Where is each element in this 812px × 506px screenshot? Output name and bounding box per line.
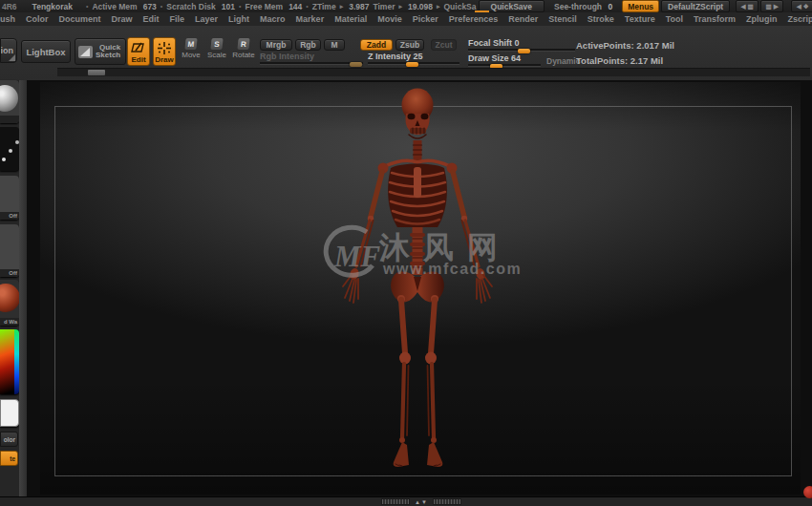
color-picker-square[interactable] [0,329,14,394]
metric-value: 3.987 [349,2,369,11]
next-document-button[interactable]: ▥ ▶ [760,0,783,12]
zsub-button[interactable]: Zsub [395,39,424,51]
zadd-button[interactable]: Zadd [360,39,393,51]
prev-document-button[interactable]: ◀ ▥ [736,0,759,12]
menu-draw[interactable]: Draw [112,14,133,24]
brush-label-strip [0,116,19,123]
edit-mode-button[interactable]: Edit [127,37,150,66]
texture-status-label: Off [9,270,17,276]
menu-brush[interactable]: ush [0,14,15,24]
focal-shift-slider[interactable]: Focal Shift 0 [468,38,575,52]
menu-file[interactable]: File [170,14,185,24]
menu-layer[interactable]: Layer [195,14,218,24]
lightbox-button[interactable]: LightBox [21,40,71,63]
menus-button[interactable]: Menus [622,0,659,12]
rotate-letter: R [241,40,247,49]
move-icon: M [184,38,197,50]
scale-label: Scale [207,51,226,59]
menu-render[interactable]: Render [508,14,538,24]
scrollbar-hatch-right[interactable] [433,498,461,505]
menu-document[interactable]: Document [59,14,101,24]
skeleton-model[interactable]: MF 沐风网 www.mfcad.com [27,80,812,496]
scrollbar-arrows[interactable]: ▲▼ [410,499,433,505]
default-zscript-button[interactable]: DefaultZScript [661,0,730,12]
top-shelf: ion LightBox Quick Sketch Edit [0,26,812,80]
move-mode-button[interactable]: M Move [180,38,203,67]
metric-value: 19.098 [408,2,433,11]
material-sphere-icon [0,284,19,312]
metric-value: 144 [288,2,302,11]
draw-mode-button[interactable]: Draw [153,37,176,66]
alpha-status: Off [0,212,19,220]
rgb-label: Rgb [300,40,316,50]
m-button[interactable]: M [324,39,345,51]
see-through-value: 0 [608,2,612,11]
material-name-fragment: d Wa [4,319,17,325]
menu-tool[interactable]: Tool [666,14,683,24]
color-picker[interactable] [0,329,19,394]
arrow-icon: ▸ [437,3,440,11]
current-color-swatch[interactable] [0,399,19,427]
metric-value: 673 [143,2,157,11]
scroll-left-button[interactable]: ◀ ❖ [791,0,812,12]
material-thumbnail[interactable]: d Wa [0,280,19,326]
quick-sketch-label-2: Sketch [96,52,120,60]
left-shelf: Off Off d Wa olor te [0,80,19,496]
edit-label: Edit [131,55,145,64]
brush-thumbnail[interactable] [0,80,19,123]
see-through-slider[interactable]: See-through 0 [554,2,612,11]
scale-letter: S [214,40,220,49]
zbrush-window: 4R6 Tengkorak • Active Mem673 • Scratch … [0,0,812,506]
sketch-page-icon [78,46,93,58]
stroke-thumbnail[interactable] [0,127,19,171]
watermark-url: www.mfcad.com [382,261,522,277]
move-letter: M [187,40,195,49]
scrollbar-hatch-left[interactable] [381,498,410,505]
app-version: 4R6 [2,2,17,11]
menu-material[interactable]: Material [334,14,367,24]
up-arrow-icon: ▲ [415,499,421,505]
rgb-button[interactable]: Rgb [295,39,321,51]
stroke-dots-icon [2,158,6,161]
hand-icon: ❖ [803,3,809,11]
menu-marker[interactable]: Marker [296,14,325,24]
menu-zplugin[interactable]: Zplugin [746,14,778,24]
projection-master-button[interactable]: ion [0,38,17,63]
menu-texture[interactable]: Texture [625,14,655,24]
texture-thumbnail[interactable]: Off [0,224,19,277]
menu-color[interactable]: Color [26,14,49,24]
menu-transform[interactable]: Transform [694,14,736,24]
menu-movie[interactable]: Movie [377,14,402,24]
switch-color-button[interactable]: olor [0,432,18,447]
menu-macro[interactable]: Macro [260,14,286,24]
rotate-label: Rotate [232,51,255,59]
mrgb-button[interactable]: Mrgb [260,39,292,51]
scale-mode-button[interactable]: S Scale [205,38,228,67]
menu-stencil[interactable]: Stencil [548,14,577,24]
menu-picker[interactable]: Picker [413,14,438,24]
quick-sketch-button[interactable]: Quick Sketch [75,38,126,65]
horizontal-scrollbar-top[interactable] [57,68,810,76]
rotate-mode-button[interactable]: R Rotate [232,38,255,67]
menu-stroke[interactable]: Stroke [588,14,614,24]
horizontal-scrollbar-bottom[interactable]: ▲▼ [381,498,463,505]
alpha-thumbnail[interactable]: Off [0,176,19,220]
document-title: Tengkorak [32,2,73,11]
scrollbar-thumb[interactable] [88,70,105,75]
rgb-intensity-slider[interactable]: Rgb Intensity [260,52,363,65]
alpha-status-label: Off [9,213,17,219]
rgb-intensity-thumb[interactable] [350,62,362,67]
menu-light[interactable]: Light [228,14,249,24]
document-canvas[interactable]: MF 沐风网 www.mfcad.com [27,80,812,496]
menu-zscript[interactable]: Zscript [787,14,812,24]
paste-button[interactable]: te [0,451,18,466]
z-intensity-slider[interactable]: Z Intensity 25 [368,52,459,65]
menu-preferences[interactable]: Preferences [449,14,499,24]
menu-bar: ush Color Document Draw Edit File Layer … [0,12,812,27]
zcut-button[interactable]: Zcut [431,39,457,51]
menu-edit[interactable]: Edit [143,14,160,24]
z-intensity-thumb[interactable] [406,62,418,67]
m-label: M [331,40,337,50]
draw-size-slider[interactable]: Draw Size 64 [468,53,541,67]
pages-icon: ▥ [766,3,772,11]
